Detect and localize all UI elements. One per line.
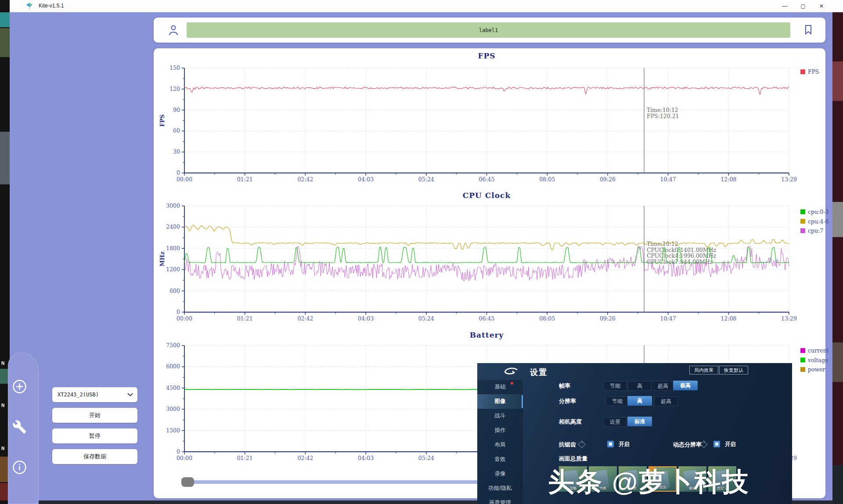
window-title: Kite-v1.5.1: [39, 3, 64, 9]
desktop-right-sliver: [832, 0, 843, 504]
nav-item-画质管理[interactable]: 画质管理: [477, 496, 523, 504]
toggle-state-动态分辨率: 开启: [725, 441, 736, 448]
control-panel: XT2243_2(USB) 开始 暂停 保存数据: [52, 387, 137, 470]
app-kite-icon: [26, 3, 33, 11]
wrench-icon[interactable]: [12, 420, 27, 434]
restore-defaults-button[interactable]: 恢复默认: [719, 366, 748, 374]
option-分辨率-节能[interactable]: 节能: [605, 396, 629, 406]
setting-label-相机高度: 相机高度: [559, 418, 582, 426]
device-dropdown-value: XT2243_2(USB): [58, 392, 99, 398]
label-field[interactable]: label1: [187, 22, 790, 38]
window-titlebar: Kite-v1.5.1 — ▢ ✕: [10, 0, 843, 12]
toggle-label-抗锯齿: 抗锯齿: [559, 441, 576, 449]
desktop-fragment: [832, 202, 843, 237]
desktop-fragment: [832, 342, 843, 382]
setting-label-帧率: 帧率: [559, 382, 570, 390]
user-icon[interactable]: [168, 25, 179, 38]
option-分辨率-超高[interactable]: 超高: [654, 396, 678, 406]
option-帧率-节能[interactable]: 节能: [603, 381, 627, 391]
option-分辨率-高[interactable]: 高: [627, 396, 652, 406]
checkbox-动态分辨率[interactable]: [713, 441, 720, 447]
toggle-state-抗锯齿: 开启: [619, 441, 630, 448]
label-card: label1: [154, 18, 825, 43]
info-icon[interactable]: [12, 460, 27, 475]
timeline-slider-handle[interactable]: [181, 477, 194, 487]
desktop-fragment: [0, 28, 10, 57]
back-icon[interactable]: [503, 367, 519, 378]
nav-item-布局[interactable]: 布局: [477, 438, 523, 452]
nav-item-操作[interactable]: 操作: [477, 423, 523, 438]
desktop-icon-label: N: [1, 403, 4, 408]
start-button[interactable]: 开始: [52, 408, 137, 423]
bookmark-icon[interactable]: [804, 25, 812, 37]
nav-item-基础[interactable]: 基础: [477, 380, 523, 394]
option-相机高度-标准[interactable]: 标准: [627, 417, 652, 426]
minimize-button[interactable]: —: [775, 0, 794, 12]
desktop-icon-label: N: [1, 361, 4, 366]
desktop-icon-label: N: [1, 446, 4, 451]
nav-item-录像[interactable]: 录像: [477, 467, 523, 481]
help-icon[interactable]: ?: [578, 441, 586, 448]
setting-label-分辨率: 分辨率: [559, 397, 576, 405]
maximize-button[interactable]: ▢: [794, 0, 812, 12]
toggle-label-动态分辨率: 动态分辨率: [673, 441, 702, 449]
settings-title: 设置: [530, 367, 548, 378]
quality-section-label: 画面总质量: [559, 455, 587, 463]
watermark-text: 头条 @萝卜科技: [548, 464, 749, 500]
option-帧率-极高[interactable]: 极高: [673, 381, 698, 390]
desktop-fragment: [832, 61, 843, 101]
nav-item-图像[interactable]: 图像: [477, 394, 523, 409]
nav-item-功能/隐私[interactable]: 功能/隐私: [477, 481, 523, 496]
option-相机高度-近景[interactable]: 近景: [603, 417, 627, 427]
desktop-fragment: [0, 12, 10, 27]
pause-button[interactable]: 暂停: [52, 428, 137, 443]
add-icon[interactable]: [12, 379, 27, 394]
notification-dot: [511, 382, 513, 385]
chevron-down-icon: [127, 392, 133, 398]
in-game-effects-button[interactable]: 局内效果: [689, 366, 718, 374]
nav-item-音效[interactable]: 音效: [477, 452, 523, 467]
desktop-fragment: [0, 132, 10, 184]
option-帧率-高[interactable]: 高: [628, 381, 652, 391]
save-data-button[interactable]: 保存数据: [52, 449, 137, 464]
settings-nav: 基础图像战斗操作布局音效录像功能/隐私画质管理: [477, 380, 523, 504]
desktop-fragment: [832, 465, 843, 504]
option-帧率-超高[interactable]: 超高: [651, 381, 675, 391]
checkbox-抗锯齿[interactable]: [607, 441, 614, 447]
close-button[interactable]: ✕: [812, 0, 831, 12]
device-dropdown[interactable]: XT2243_2(USB): [52, 387, 137, 402]
nav-item-战斗[interactable]: 战斗: [477, 409, 523, 423]
